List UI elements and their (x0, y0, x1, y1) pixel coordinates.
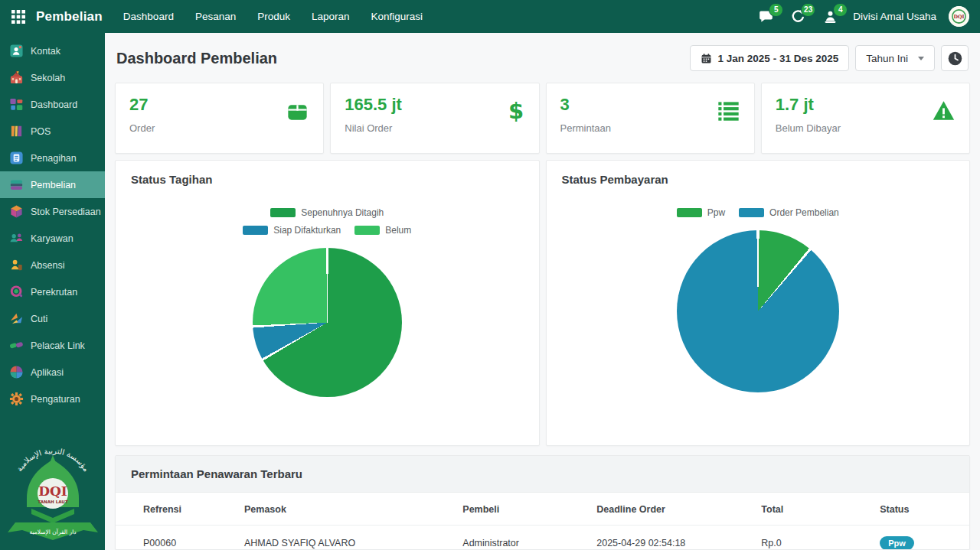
period-select[interactable]: Tahun Ini (855, 45, 935, 71)
sidebar-item-label: Sekolah (31, 73, 65, 83)
legend-item-ppw[interactable]: Ppw (677, 207, 725, 218)
pembelian-icon (9, 177, 24, 192)
chevron-down-icon (918, 57, 924, 60)
recent-table-title: Permintaan Penawaran Terbaru (116, 456, 969, 493)
sidebar-item-label: Pembelian (31, 180, 76, 190)
absensi-icon (9, 258, 24, 272)
notification-badge: 4 (833, 3, 848, 17)
svg-text:دار القرآن الإسلامية: دار القرآن الإسلامية (29, 528, 76, 535)
sidebar-item-stok-persediaan[interactable]: Stok Persediaan (0, 198, 105, 225)
legend-item-siap-difakturkan[interactable]: Siap Difakturkan (243, 225, 341, 236)
legend-item-order-pembelian[interactable]: Order Pembelian (739, 207, 839, 218)
stat-label: Belum Dibayar (776, 122, 841, 134)
karyawan-icon (9, 231, 24, 246)
legend-swatch (243, 226, 268, 235)
sidebar-item-label: Stok Persediaan (31, 207, 101, 217)
aplikasi-icon (9, 365, 24, 379)
sidebar-menu: KontakSekolahDashboardPOSPenagihanPembel… (0, 37, 105, 412)
activity-icon[interactable]: 23 (790, 8, 808, 25)
sidebar-item-label: Karyawan (31, 233, 74, 244)
table-row[interactable]: P00060AHMAD SYAFIQ ALVAROAdministrator20… (116, 526, 969, 550)
kontak-icon (9, 44, 24, 58)
legend-label: Order Pembelian (769, 207, 839, 218)
nav-menu-item-konfigurasi[interactable]: Konfigurasi (361, 5, 433, 28)
stat-value: 165.5 jt (345, 95, 402, 114)
sidebar-item-perekrutan[interactable]: Perekrutan (0, 278, 105, 305)
pie-chart-status-tagihan (253, 248, 402, 397)
messages-icon[interactable]: 5 (758, 8, 776, 25)
history-button[interactable] (941, 45, 969, 71)
stat-card-permintaan[interactable]: 3Permintaan (546, 83, 755, 154)
header-controls: 1 Jan 2025 - 31 Des 2025 Tahun Ini (690, 45, 969, 71)
sidebar-item-label: POS (31, 126, 51, 137)
stat-value: 1.7 jt (776, 95, 841, 114)
sidebar-item-dashboard[interactable]: Dashboard (0, 91, 105, 118)
sidebar-item-label: Penagihan (31, 153, 77, 164)
main-content: Dashboard Pembelian 1 Jan 2025 - 31 Des … (105, 33, 980, 550)
chart-title: Status Pembayaran (562, 173, 955, 186)
legend-item-belum[interactable]: Belum (354, 225, 411, 236)
chart-legend: Sepenuhnya DitagihSiap DifakturkanBelum (227, 207, 426, 236)
legend-label: Siap Difakturkan (273, 225, 341, 236)
sidebar-item-penagihan[interactable]: Penagihan (0, 145, 105, 171)
nav-menu-item-laporan[interactable]: Laporan (302, 5, 360, 28)
apps-grid-icon[interactable] (8, 6, 29, 28)
stat-card-belum-dibayar[interactable]: 1.7 jtBelum Dibayar (761, 83, 970, 154)
perekrutan-icon (9, 285, 24, 299)
sidebar-item-cuti[interactable]: Cuti (0, 305, 105, 332)
stat-card-nilai-order[interactable]: 165.5 jtNilai Order$ (330, 83, 539, 154)
date-range-label: 1 Jan 2025 - 31 Des 2025 (718, 53, 839, 64)
user-avatar[interactable]: DQI (949, 6, 969, 27)
sidebar-item-absensi[interactable]: Absensi (0, 252, 105, 278)
notification-badge: 23 (801, 3, 815, 17)
stat-card-order[interactable]: 27Order (115, 83, 324, 154)
table-cell: AHMAD SYAFIQ ALVARO (238, 526, 456, 550)
nav-menu-item-produk[interactable]: Produk (247, 5, 300, 28)
sidebar-item-aplikasi[interactable]: Aplikasi (0, 359, 105, 386)
recent-quotations-card: Permintaan Penawaran Terbaru RefrensiPem… (115, 455, 970, 550)
sidebar-item-sekolah[interactable]: Sekolah (0, 64, 105, 91)
sidebar-item-pengaturan[interactable]: Pengaturan (0, 386, 105, 412)
column-header-pemasok[interactable]: Pemasok (238, 493, 456, 526)
app-brand[interactable]: Pembelian (36, 9, 103, 24)
sekolah-icon (9, 70, 24, 85)
legend-swatch (354, 226, 380, 235)
svg-text:DQI: DQI (38, 483, 67, 499)
pos-icon (9, 124, 24, 138)
legend-label: Ppw (707, 207, 725, 218)
chart-title: Status Tagihan (131, 173, 524, 186)
main-menu: DashboardPesananProdukLaporanKonfigurasi (113, 5, 433, 28)
stat-text: 27Order (129, 95, 155, 144)
nav-menu-item-pesanan[interactable]: Pesanan (185, 5, 246, 28)
navbar-right: 5234 Divisi Amal Usaha DQI (758, 6, 969, 27)
column-header-deadline-order[interactable]: Deadline Order (590, 493, 755, 526)
date-range-button[interactable]: 1 Jan 2025 - 31 Des 2025 (690, 45, 850, 71)
legend-swatch (677, 208, 702, 217)
approvals-icon[interactable]: 4 (822, 8, 841, 25)
period-label: Tahun Ini (866, 53, 908, 64)
column-header-refrensi[interactable]: Refrensi (116, 493, 238, 526)
pengaturan-icon (9, 392, 24, 406)
sidebar-item-kontak[interactable]: Kontak (0, 37, 105, 64)
sidebar-item-pos[interactable]: POS (0, 118, 105, 145)
column-header-total[interactable]: Total (755, 493, 874, 526)
column-header-status[interactable]: Status (874, 493, 969, 526)
sidebar-item-label: Dashboard (31, 99, 77, 110)
stat-label: Permintaan (560, 122, 611, 134)
list-icon (717, 95, 740, 144)
sidebar-item-pembelian[interactable]: Pembelian (0, 171, 105, 198)
legend-item-sepenuhnya-ditagih[interactable]: Sepenuhnya Ditagih (270, 207, 384, 218)
stat-value: 27 (129, 95, 155, 114)
company-switcher[interactable]: Divisi Amal Usaha (853, 11, 936, 22)
sidebar-item-pelacak-link[interactable]: Pelacak Link (0, 332, 105, 359)
sidebar-item-karyawan[interactable]: Karyawan (0, 225, 105, 252)
nav-menu-item-dashboard[interactable]: Dashboard (113, 5, 184, 28)
column-header-pembeli[interactable]: Pembeli (456, 493, 590, 526)
stat-label: Nilai Order (345, 122, 402, 134)
status-badge: Ppw (880, 536, 914, 550)
page-header: Dashboard Pembelian 1 Jan 2025 - 31 Des … (115, 33, 970, 83)
charts-row: Status TagihanSepenuhnya DitagihSiap Dif… (115, 160, 970, 446)
sidebar: KontakSekolahDashboardPOSPenagihanPembel… (0, 33, 105, 550)
svg-text:$: $ (508, 99, 523, 123)
dashboard-icon (9, 97, 24, 112)
